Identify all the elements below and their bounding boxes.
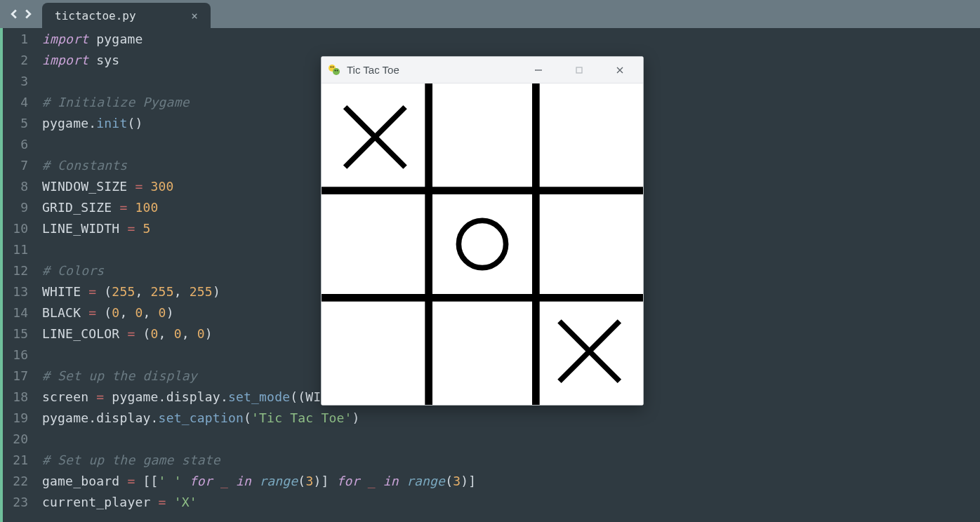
line-source[interactable]: current_player = 'X' — [42, 495, 197, 509]
svg-rect-7 — [576, 67, 582, 73]
line-source[interactable]: GRID_SIZE = 100 — [42, 200, 159, 215]
line-source[interactable]: WINDOW_SIZE = 300 — [42, 179, 174, 194]
line-number: 3 — [3, 74, 42, 88]
line-source[interactable]: # Colors — [42, 263, 104, 278]
code-line[interactable]: 1import pygame — [3, 28, 980, 49]
line-number: 4 — [3, 95, 42, 109]
window-maximize-button[interactable] — [559, 57, 600, 83]
svg-point-1 — [333, 68, 340, 75]
line-number: 7 — [3, 158, 42, 173]
line-number: 9 — [3, 200, 42, 215]
line-number: 15 — [3, 326, 42, 341]
line-number: 18 — [3, 389, 42, 404]
svg-point-2 — [331, 66, 332, 67]
svg-point-14 — [458, 220, 505, 267]
pygame-canvas[interactable] — [322, 83, 643, 405]
pygame-window[interactable]: Tic Tac Toe — [321, 56, 644, 406]
line-number: 11 — [3, 242, 42, 257]
line-number: 17 — [3, 368, 42, 383]
tab-close-icon[interactable]: × — [188, 8, 201, 24]
line-source[interactable]: import pygame — [42, 32, 143, 46]
code-line[interactable]: 19pygame.display.set_caption('Tic Tac To… — [3, 407, 980, 428]
svg-point-3 — [333, 66, 334, 67]
tab-file[interactable]: tictactoe.py × — [42, 3, 211, 28]
line-source[interactable]: game_board = [[' ' for _ in range(3)] fo… — [42, 474, 476, 488]
pygame-window-title: Tic Tac Toe — [347, 64, 518, 76]
line-source[interactable]: # Set up the game state — [42, 453, 220, 467]
tab-nav-left-icon[interactable] — [9, 7, 19, 22]
svg-point-5 — [337, 69, 338, 71]
line-source[interactable]: # Constants — [42, 158, 127, 173]
line-number: 20 — [3, 431, 42, 446]
pygame-app-icon — [327, 63, 341, 77]
code-line[interactable]: 22game_board = [[' ' for _ in range(3)] … — [3, 470, 980, 491]
line-number: 2 — [3, 53, 42, 67]
code-line[interactable]: 23current_player = 'X' — [3, 491, 980, 512]
svg-point-4 — [335, 69, 336, 71]
line-source[interactable]: pygame.init() — [42, 116, 143, 130]
code-line[interactable]: 21# Set up the game state — [3, 449, 980, 470]
line-number: 8 — [3, 179, 42, 194]
line-number: 14 — [3, 305, 42, 320]
line-number: 13 — [3, 284, 42, 299]
line-number: 23 — [3, 495, 42, 509]
tab-title: tictactoe.py — [55, 9, 188, 22]
line-number: 16 — [3, 347, 42, 362]
window-minimize-button[interactable] — [518, 57, 559, 83]
line-number: 6 — [3, 137, 42, 152]
line-source[interactable]: LINE_COLOR = (0, 0, 0) — [42, 326, 213, 341]
line-source[interactable]: import sys — [42, 53, 119, 67]
line-source[interactable]: # Set up the display — [42, 368, 197, 383]
line-number: 1 — [3, 32, 42, 46]
line-number: 5 — [3, 116, 42, 130]
line-number: 22 — [3, 474, 42, 488]
line-source[interactable]: pygame.display.set_caption('Tic Tac Toe'… — [42, 410, 360, 425]
tab-strip: tictactoe.py × — [0, 0, 980, 28]
line-source[interactable]: LINE_WIDTH = 5 — [42, 221, 151, 236]
pygame-titlebar[interactable]: Tic Tac Toe — [322, 57, 643, 83]
line-number: 21 — [3, 453, 42, 467]
tab-nav-arrows — [0, 0, 42, 28]
line-number: 10 — [3, 221, 42, 236]
code-line[interactable]: 20 — [3, 428, 980, 449]
line-source[interactable]: WHITE = (255, 255, 255) — [42, 284, 220, 299]
window-close-button[interactable] — [600, 57, 640, 83]
line-source[interactable]: BLACK = (0, 0, 0) — [42, 305, 174, 320]
line-number: 12 — [3, 263, 42, 278]
tab-nav-right-icon[interactable] — [23, 7, 33, 22]
line-number: 19 — [3, 410, 42, 425]
line-source[interactable]: # Initialize Pygame — [42, 95, 190, 109]
